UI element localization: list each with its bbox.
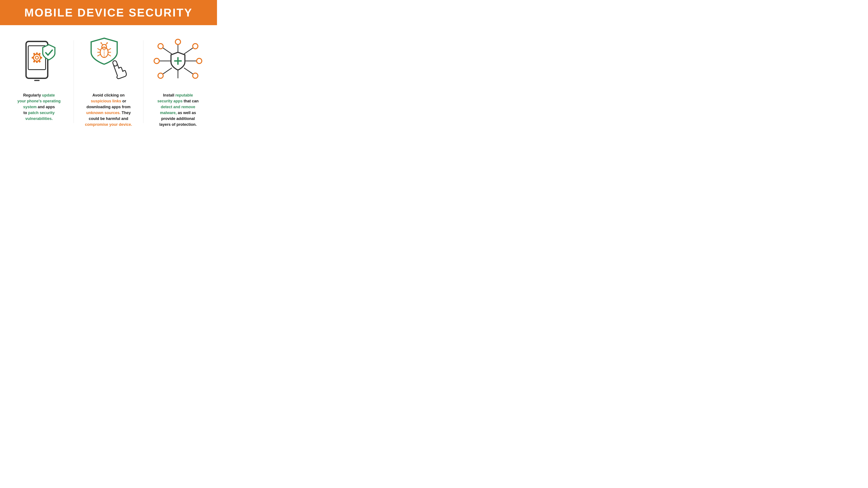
svg-point-37 — [175, 39, 181, 44]
content-area: Regularly updateyour phone's operatingsy… — [0, 25, 217, 140]
card-links: Avoid clicking onsuspicious links ordown… — [78, 36, 139, 128]
icon-update — [20, 36, 59, 86]
divider-2 — [143, 40, 144, 123]
card-links-text: Avoid clicking onsuspicious links ordown… — [85, 92, 132, 128]
svg-point-17 — [100, 42, 102, 43]
icon-links — [87, 36, 130, 86]
svg-rect-8 — [32, 57, 34, 59]
svg-point-38 — [158, 43, 163, 49]
svg-line-32 — [162, 68, 172, 74]
icon-security — [152, 36, 204, 86]
svg-line-30 — [162, 47, 172, 54]
card-security-text: Install reputablesecurity apps that cand… — [157, 92, 198, 128]
card-update-text: Regularly updateyour phone's operatingsy… — [18, 92, 61, 122]
svg-point-40 — [158, 73, 163, 78]
svg-point-18 — [106, 42, 108, 43]
header: MOBILE DEVICE SECURITY — [0, 0, 217, 25]
svg-rect-26 — [112, 60, 118, 67]
svg-point-43 — [196, 58, 202, 64]
page-container: MOBILE DEVICE SECURITY — [0, 0, 217, 140]
svg-point-39 — [154, 58, 159, 64]
svg-point-3 — [33, 54, 40, 61]
svg-rect-7 — [40, 57, 42, 59]
svg-point-42 — [193, 43, 198, 49]
svg-point-44 — [193, 73, 198, 78]
svg-line-36 — [184, 68, 193, 74]
page-title: MOBILE DEVICE SECURITY — [9, 6, 208, 19]
svg-point-4 — [35, 56, 38, 59]
svg-rect-5 — [36, 53, 38, 55]
card-update: Regularly updateyour phone's operatingsy… — [9, 36, 69, 122]
card-security: Install reputablesecurity apps that cand… — [148, 36, 208, 128]
svg-rect-6 — [36, 61, 38, 63]
divider-1 — [73, 40, 74, 123]
svg-line-34 — [184, 47, 193, 54]
